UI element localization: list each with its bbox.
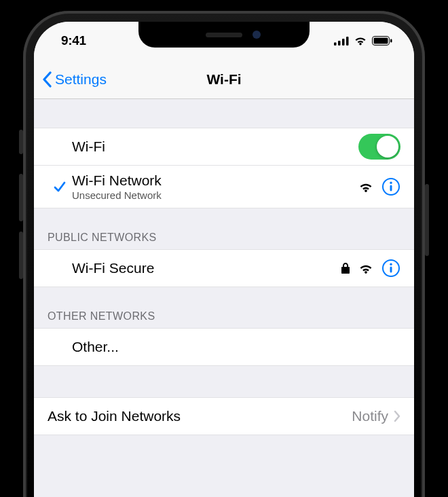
side-button [19,130,23,154]
spacer [34,366,414,397]
other-network-row[interactable]: Other... [34,328,414,366]
back-button[interactable]: Settings [42,71,107,88]
network-name: Wi-Fi Secure [72,260,341,276]
connected-network-row[interactable]: Wi-Fi Network Unsecured Network [34,166,414,208]
cellular-icon [334,37,349,45]
toggle-knob [377,136,398,158]
wifi-signal-icon [358,263,373,274]
svg-rect-5 [374,38,388,44]
page-title: Wi-Fi [206,71,241,88]
network-name: Wi-Fi Network [72,172,358,189]
wifi-signal-icon [358,181,373,193]
side-button [425,184,429,256]
side-button [19,232,23,279]
battery-icon [372,36,392,45]
other-networks-header: OTHER NETWORKS [34,287,414,328]
svg-rect-9 [390,185,392,191]
svg-point-11 [390,263,392,265]
wifi-toggle[interactable] [358,134,400,160]
screen: 9:41 Settings Wi-Fi [34,22,414,497]
chevron-right-icon [394,410,400,422]
wifi-toggle-label: Wi-Fi [72,139,358,155]
svg-rect-1 [338,41,341,45]
info-icon[interactable] [381,177,400,196]
lock-icon [341,262,350,274]
wifi-icon [354,36,367,45]
status-time: 9:41 [61,33,86,48]
svg-rect-12 [390,267,392,273]
notch [138,22,310,48]
network-subtitle: Unsecured Network [72,189,358,201]
checkmark-icon [53,180,67,194]
svg-rect-2 [342,39,345,45]
ask-to-join-row[interactable]: Ask to Join Networks Notify [34,397,414,435]
phone-frame: 9:41 Settings Wi-Fi [23,11,425,497]
speaker [206,33,242,37]
nav-bar: Settings Wi-Fi [34,60,414,99]
camera [253,31,261,39]
svg-rect-0 [334,42,337,45]
back-label: Settings [55,71,107,88]
chevron-left-icon [42,71,52,88]
info-icon[interactable] [381,259,400,278]
public-networks-header: PUBLIC NETWORKS [34,208,414,249]
svg-point-8 [390,182,392,184]
ask-value: Notify [352,408,388,424]
wifi-toggle-row: Wi-Fi [34,128,414,166]
side-button [19,174,23,221]
svg-rect-3 [346,37,349,45]
ask-label: Ask to Join Networks [48,408,352,424]
svg-rect-6 [390,39,392,43]
other-label: Other... [72,339,400,355]
spacer [34,99,414,128]
public-network-row[interactable]: Wi-Fi Secure [34,249,414,287]
